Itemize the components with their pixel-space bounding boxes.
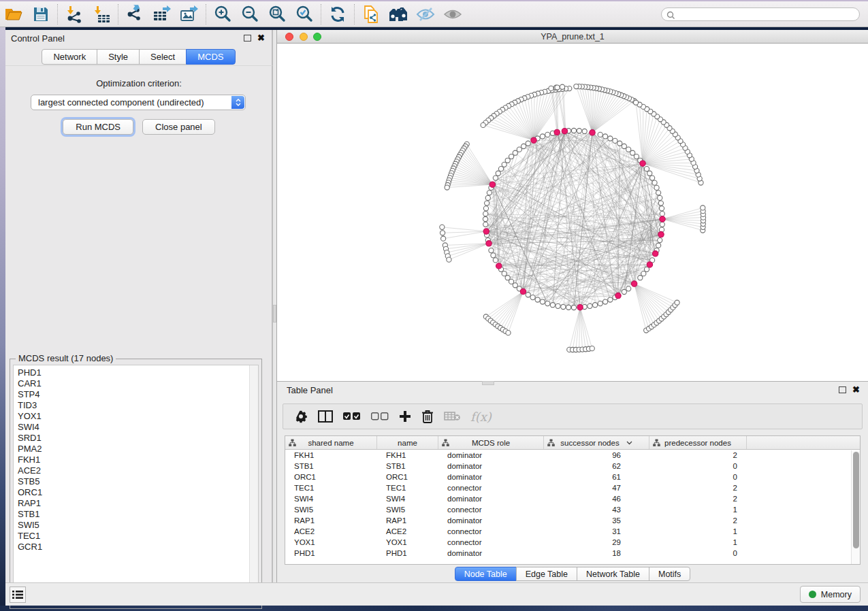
memory-button[interactable]: Memory	[800, 586, 861, 603]
graph-node[interactable]	[506, 331, 511, 335]
graph-hub-node[interactable]	[652, 251, 658, 257]
graph-node[interactable]	[644, 167, 649, 171]
tab-network-table[interactable]: Network Table	[577, 567, 649, 581]
mcds-result-item[interactable]: TEC1	[14, 531, 258, 542]
float-panel-icon[interactable]	[839, 386, 846, 393]
graph-hub-node[interactable]	[615, 293, 621, 298]
table-row[interactable]: ACE2ACE2connector311	[285, 526, 860, 537]
graph-node[interactable]	[633, 100, 638, 105]
graph-hub-node[interactable]	[554, 129, 560, 135]
refresh-view-icon[interactable]	[324, 3, 351, 26]
graph-node[interactable]	[440, 225, 445, 229]
table-cell[interactable]: ORC1	[377, 472, 438, 482]
graph-node[interactable]	[485, 195, 490, 200]
table-cell[interactable]: dominator	[438, 450, 544, 461]
graph-node[interactable]	[561, 304, 566, 309]
zoom-in-icon[interactable]	[209, 3, 236, 26]
table-cell[interactable]: 46	[544, 493, 649, 504]
graph-node[interactable]	[630, 150, 635, 155]
table-options-gear-icon[interactable]	[294, 406, 308, 427]
table-cell[interactable]: TEC1	[377, 482, 438, 493]
delete-table-icon[interactable]	[444, 406, 460, 427]
graph-node[interactable]	[613, 138, 617, 143]
export-table-icon[interactable]	[148, 3, 176, 26]
graph-node[interactable]	[549, 86, 553, 90]
mcds-result-item[interactable]: GCR1	[14, 542, 258, 552]
graph-node[interactable]	[513, 283, 517, 288]
graph-node[interactable]	[440, 231, 445, 235]
graph-node[interactable]	[608, 297, 613, 302]
graph-node[interactable]	[626, 147, 631, 152]
table-cell[interactable]: 18	[544, 548, 649, 559]
graph-node[interactable]	[582, 129, 587, 133]
table-cell[interactable]: 29	[544, 537, 649, 548]
table-cell[interactable]: FKH1	[377, 450, 438, 461]
graph-hub-node[interactable]	[496, 263, 502, 269]
table-cell[interactable]: 31	[544, 526, 649, 537]
graph-node[interactable]	[483, 216, 487, 221]
graph-node[interactable]	[545, 132, 550, 137]
table-cell[interactable]: 96	[544, 450, 649, 461]
table-scrollbar-thumb[interactable]	[853, 452, 859, 548]
tab-edge-table[interactable]: Edge Table	[516, 567, 577, 581]
graph-hub-node[interactable]	[577, 304, 583, 310]
first-neighbors-icon[interactable]	[385, 3, 412, 26]
graph-node[interactable]	[650, 176, 655, 180]
graph-node[interactable]	[496, 171, 500, 176]
graph-hub-node[interactable]	[483, 229, 489, 234]
table-cell[interactable]: 47	[544, 482, 649, 493]
graph-node[interactable]	[641, 271, 646, 276]
graph-node[interactable]	[588, 303, 592, 308]
table-cell[interactable]: RAP1	[377, 515, 438, 526]
graph-node[interactable]	[493, 258, 498, 263]
mcds-result-item[interactable]: RAP1	[14, 498, 258, 509]
graph-node[interactable]	[517, 147, 521, 152]
zoom-out-icon[interactable]	[236, 3, 263, 26]
table-cell[interactable]: 0	[649, 461, 747, 472]
show-column-panel-icon[interactable]	[318, 406, 333, 427]
import-network-icon[interactable]	[61, 3, 88, 26]
graph-node[interactable]	[560, 84, 564, 89]
delete-column-trash-icon[interactable]	[421, 406, 434, 427]
tab-select[interactable]: Select	[139, 49, 187, 65]
table-row[interactable]: RAP1RAP1dominator352	[285, 515, 860, 526]
table-row[interactable]: STB1STB1dominator620	[285, 461, 860, 472]
graph-node[interactable]	[571, 128, 576, 133]
table-cell[interactable]: 62	[544, 461, 649, 472]
graph-node[interactable]	[571, 305, 576, 310]
show-all-eye-icon[interactable]	[439, 3, 466, 26]
graph-node[interactable]	[493, 176, 498, 180]
table-cell[interactable]: 2	[649, 493, 747, 504]
run-mcds-button[interactable]: Run MCDS	[63, 119, 133, 135]
graph-node[interactable]	[447, 257, 451, 262]
graph-node[interactable]	[505, 276, 510, 280]
table-cell[interactable]: dominator	[438, 548, 544, 559]
mcds-result-item[interactable]: SWI5	[14, 520, 258, 531]
vertical-splitter[interactable]	[272, 30, 277, 582]
mcds-result-item[interactable]: CAR1	[14, 378, 258, 389]
table-row[interactable]: FKH1FKH1dominator962	[285, 450, 860, 461]
deselect-all-icon[interactable]	[371, 406, 389, 427]
table-cell[interactable]: PHD1	[285, 548, 377, 559]
graph-node[interactable]	[491, 253, 496, 258]
criterion-select[interactable]: largest connected component (undirected)	[31, 95, 246, 110]
graph-node[interactable]	[656, 243, 661, 248]
table-cell[interactable]: 0	[649, 472, 747, 482]
table-cell[interactable]: connector	[438, 482, 544, 493]
graph-hub-node[interactable]	[640, 161, 645, 166]
graph-node[interactable]	[701, 205, 705, 210]
network-graph[interactable]	[277, 44, 868, 381]
graph-node[interactable]	[445, 185, 449, 190]
graph-node[interactable]	[509, 279, 513, 284]
table-cell[interactable]: connector	[438, 526, 544, 537]
graph-node[interactable]	[577, 129, 581, 133]
graph-hub-node[interactable]	[660, 216, 665, 222]
graph-node[interactable]	[574, 84, 579, 88]
graph-node[interactable]	[481, 122, 485, 127]
mcds-result-list[interactable]: PHD1CAR1STP4TID3YOX1SWI4SRD1PMA2FKH1ACE2…	[13, 365, 259, 606]
table-cell[interactable]: ACE2	[377, 526, 438, 537]
mcds-result-item[interactable]: PHD1	[14, 367, 258, 378]
close-panel-button[interactable]: Close panel	[142, 119, 215, 135]
table-cell[interactable]: 43	[544, 504, 649, 515]
mcds-result-item[interactable]: SWI4	[14, 422, 258, 433]
